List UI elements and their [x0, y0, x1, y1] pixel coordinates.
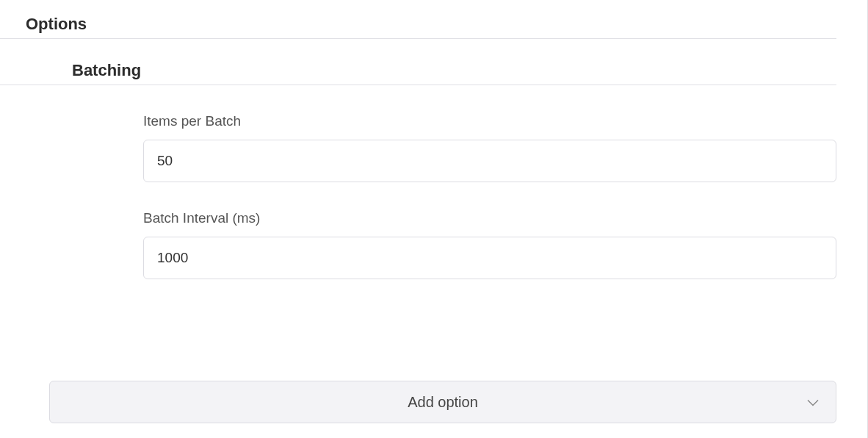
- items-per-batch-field-group: Items per Batch: [0, 113, 867, 182]
- items-per-batch-label: Items per Batch: [143, 113, 836, 129]
- chevron-down-icon: [806, 394, 820, 411]
- batch-interval-label: Batch Interval (ms): [143, 210, 836, 226]
- batch-interval-field-group: Batch Interval (ms): [0, 210, 867, 279]
- options-section-header: Options: [0, 0, 836, 39]
- batch-interval-input[interactable]: [143, 237, 836, 279]
- options-panel: Options Batching Items per Batch Batch I…: [0, 0, 868, 438]
- add-option-button[interactable]: Add option: [49, 381, 836, 423]
- batching-subsection-header: Batching: [0, 39, 836, 85]
- add-option-label: Add option: [408, 394, 478, 411]
- items-per-batch-input[interactable]: [143, 140, 836, 182]
